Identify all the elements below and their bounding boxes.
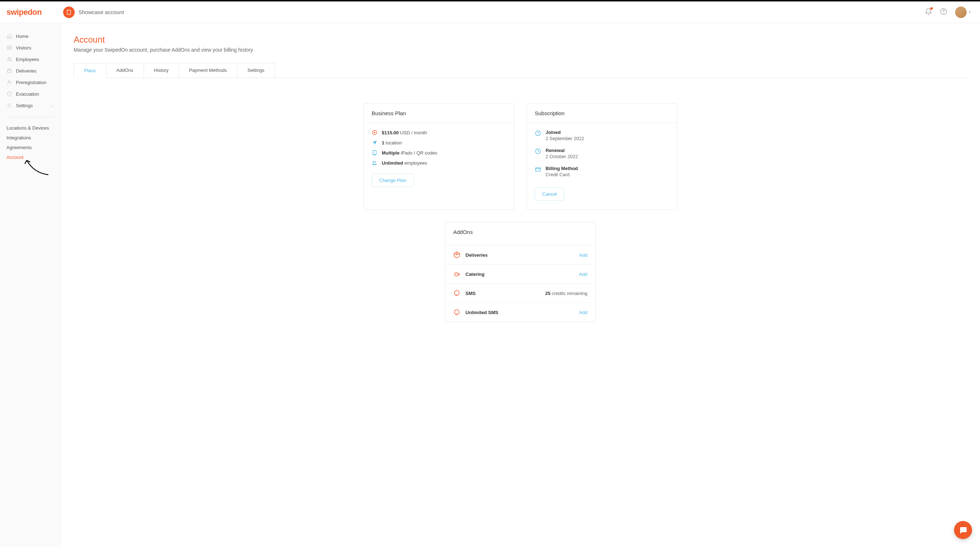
svg-point-9	[8, 57, 9, 59]
sidebar-item-visitors[interactable]: Visitors	[0, 42, 60, 53]
svg-rect-11	[8, 69, 11, 73]
addon-row-sms: SMS 25 credits remaining	[445, 284, 595, 303]
chat-icon	[453, 309, 460, 316]
sidebar-item-home[interactable]: Home	[0, 30, 60, 42]
addon-name: Unlimited SMS	[466, 310, 498, 315]
addon-row-unlimited-sms: Unlimited SMS Add	[445, 303, 595, 322]
sidebar-sub-integrations[interactable]: Integrations	[0, 133, 60, 143]
addon-row-catering: Catering Add	[445, 264, 595, 284]
addon-name: Catering	[466, 271, 485, 277]
sidebar-item-preregistration[interactable]: Preregistration	[0, 77, 60, 88]
header: swipedon Showcase account ▾	[0, 2, 980, 23]
tablet-icon	[372, 150, 377, 156]
svg-point-12	[8, 81, 10, 82]
building-icon	[63, 6, 75, 18]
addon-add-link[interactable]: Add	[579, 252, 587, 258]
svg-point-19	[375, 161, 376, 163]
coffee-icon	[453, 270, 460, 277]
clock-icon	[535, 148, 541, 155]
cancel-subscription-button[interactable]: Cancel	[535, 187, 564, 201]
sidebar-item-label: Deliveries	[16, 68, 37, 73]
change-plan-button[interactable]: Change Plan	[372, 174, 414, 187]
sidebar-item-label: Employees	[16, 57, 39, 62]
notifications-icon[interactable]	[925, 8, 932, 17]
addons-card-title: AddOns	[445, 222, 595, 245]
user-menu[interactable]: ▾	[955, 6, 970, 18]
people-icon	[372, 160, 377, 166]
target-icon	[372, 130, 377, 136]
svg-point-13	[9, 105, 10, 106]
chat-icon	[959, 526, 967, 534]
sidebar-item-evacuation[interactable]: Evacuation	[0, 88, 60, 100]
plan-employees-line: Unlimited employees	[372, 160, 506, 166]
svg-rect-24	[455, 273, 458, 276]
tab-settings[interactable]: Settings	[237, 63, 275, 78]
sidebar-item-label: Evacuation	[16, 91, 39, 97]
sidebar-sub-agreements[interactable]: Agreements	[0, 143, 60, 152]
svg-point-6	[943, 13, 944, 13]
addon-status: 25 credits remaining	[545, 291, 587, 296]
svg-point-8	[8, 47, 9, 48]
sidebar-sub-account[interactable]: Account	[0, 152, 60, 162]
tab-plans[interactable]: Plans	[73, 63, 107, 78]
account-switcher[interactable]: Showcase account	[63, 6, 124, 18]
addon-row-deliveries: Deliveries Add	[445, 245, 595, 264]
tab-history[interactable]: History	[143, 63, 179, 78]
sidebar-item-label: Visitors	[16, 45, 31, 51]
subscription-renewal: Renewal 2 October 2022	[535, 148, 669, 159]
subscription-joined: Joined 2 September 2022	[535, 130, 669, 141]
sidebar-item-employees[interactable]: Employees	[0, 53, 60, 65]
account-label: Showcase account	[78, 9, 124, 15]
chevron-down-icon: ▾	[969, 10, 970, 14]
tab-addons[interactable]: AddOns	[106, 63, 144, 78]
main-content: Account Manage your SwipedOn account, pu…	[60, 23, 980, 547]
svg-point-15	[374, 132, 375, 133]
addon-name: Deliveries	[466, 252, 487, 258]
subscription-card: Subscription Joined 2 September 2022 Ren…	[527, 103, 677, 210]
addons-card: AddOns Deliveries Add Catering Add SMS 2…	[445, 222, 596, 322]
sidebar-item-label: Settings	[16, 103, 33, 108]
subscription-card-title: Subscription	[527, 104, 677, 123]
brand-logo[interactable]: swipedon	[6, 8, 41, 17]
help-icon[interactable]	[940, 8, 947, 17]
plan-card-title: Business Plan	[364, 104, 514, 123]
chat-widget[interactable]	[954, 521, 972, 539]
addon-add-link[interactable]: Add	[579, 271, 587, 277]
plan-devices-line: Multiple iPads / QR codes	[372, 150, 506, 156]
sidebar-sub-locations[interactable]: Locations & Devices	[0, 123, 60, 133]
box-icon	[453, 251, 460, 258]
sidebar: Home Visitors Employees Deliveries Prere…	[0, 23, 60, 547]
sidebar-item-label: Home	[16, 33, 29, 39]
chevron-down-icon: ⌄	[51, 104, 54, 108]
sidebar-item-settings[interactable]: Settings ⌄	[0, 100, 60, 111]
addon-add-link[interactable]: Add	[579, 310, 587, 315]
svg-point-25	[454, 291, 459, 295]
sidebar-item-deliveries[interactable]: Deliveries	[0, 65, 60, 77]
svg-point-10	[10, 57, 11, 59]
location-arrow-icon	[372, 140, 377, 145]
tabs: Plans AddOns History Payment Methods Set…	[73, 63, 967, 78]
addon-name: SMS	[466, 291, 476, 296]
sidebar-item-label: Preregistration	[16, 80, 46, 85]
page-subtitle: Manage your SwipedOn account, purchase A…	[73, 47, 967, 53]
clock-icon	[535, 130, 541, 137]
plan-price-line: $115.00 USD / month	[372, 130, 506, 136]
chat-icon	[453, 290, 460, 297]
svg-point-18	[373, 161, 374, 163]
page-title: Account	[73, 35, 967, 45]
svg-point-26	[454, 310, 459, 314]
svg-rect-22	[536, 168, 541, 172]
subscription-billing: Billing Method Credit Card	[535, 166, 669, 177]
svg-rect-0	[67, 10, 71, 14]
plan-card: Business Plan $115.00 USD / month 1 loca…	[363, 103, 514, 210]
credit-card-icon	[535, 166, 541, 172]
tab-payment-methods[interactable]: Payment Methods	[178, 63, 237, 78]
plan-location-line: 1 location	[372, 140, 506, 145]
avatar	[955, 6, 967, 18]
